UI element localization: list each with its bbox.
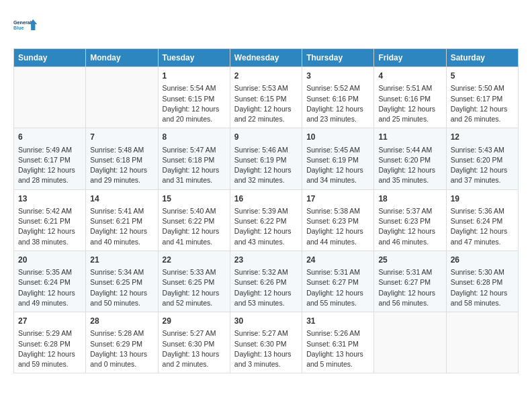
day-detail: Sunrise: 5:46 AMSunset: 6:19 PMDaylight:… (234, 145, 298, 186)
day-cell: 25Sunrise: 5:31 AMSunset: 6:27 PMDayligh… (374, 250, 446, 312)
day-detail: Sunrise: 5:28 AMSunset: 6:29 PMDaylight:… (90, 328, 153, 369)
day-cell: 17Sunrise: 5:38 AMSunset: 6:23 PMDayligh… (302, 189, 374, 250)
day-cell: 7Sunrise: 5:48 AMSunset: 6:18 PMDaylight… (86, 128, 158, 189)
day-cell (446, 312, 518, 373)
day-cell: 21Sunrise: 5:34 AMSunset: 6:25 PMDayligh… (86, 250, 158, 312)
weekday-header-saturday: Saturday (446, 49, 518, 67)
weekday-header-thursday: Thursday (302, 49, 374, 67)
day-detail: Sunrise: 5:30 AMSunset: 6:28 PMDaylight:… (451, 267, 514, 308)
day-detail: Sunrise: 5:26 AMSunset: 6:31 PMDaylight:… (306, 328, 369, 369)
day-number: 1 (163, 71, 226, 82)
day-number: 17 (306, 193, 369, 205)
day-detail: Sunrise: 5:45 AMSunset: 6:19 PMDaylight:… (306, 145, 369, 186)
day-detail: Sunrise: 5:49 AMSunset: 6:17 PMDaylight:… (18, 145, 81, 186)
day-number: 27 (18, 316, 81, 327)
week-row-5: 27Sunrise: 5:29 AMSunset: 6:28 PMDayligh… (14, 312, 519, 373)
day-detail: Sunrise: 5:42 AMSunset: 6:21 PMDaylight:… (18, 206, 81, 247)
day-detail: Sunrise: 5:36 AMSunset: 6:24 PMDaylight:… (451, 206, 514, 247)
day-number: 22 (163, 255, 226, 266)
day-cell: 3Sunrise: 5:52 AMSunset: 6:16 PMDaylight… (302, 67, 374, 128)
day-number: 15 (163, 193, 226, 205)
day-cell: 28Sunrise: 5:28 AMSunset: 6:29 PMDayligh… (86, 312, 158, 373)
day-cell: 31Sunrise: 5:26 AMSunset: 6:31 PMDayligh… (302, 312, 374, 373)
day-number: 8 (163, 132, 226, 143)
day-cell: 12Sunrise: 5:43 AMSunset: 6:20 PMDayligh… (446, 128, 518, 189)
day-cell (86, 67, 158, 128)
week-row-1: 1Sunrise: 5:54 AMSunset: 6:15 PMDaylight… (14, 67, 519, 128)
page-header: GeneralBlue (13, 13, 519, 38)
day-cell: 19Sunrise: 5:36 AMSunset: 6:24 PMDayligh… (446, 189, 518, 250)
day-detail: Sunrise: 5:35 AMSunset: 6:24 PMDaylight:… (18, 267, 81, 308)
day-number: 16 (234, 193, 298, 205)
weekday-header-tuesday: Tuesday (158, 49, 230, 67)
day-number: 12 (451, 132, 514, 143)
day-number: 2 (234, 71, 298, 82)
day-detail: Sunrise: 5:39 AMSunset: 6:22 PMDaylight:… (234, 206, 298, 247)
svg-text:General: General (13, 19, 32, 26)
day-cell: 16Sunrise: 5:39 AMSunset: 6:22 PMDayligh… (230, 189, 302, 250)
day-number: 29 (163, 316, 226, 327)
day-number: 6 (18, 132, 81, 143)
day-cell: 27Sunrise: 5:29 AMSunset: 6:28 PMDayligh… (14, 312, 86, 373)
day-number: 7 (90, 132, 153, 143)
day-detail: Sunrise: 5:27 AMSunset: 6:30 PMDaylight:… (163, 328, 226, 369)
day-detail: Sunrise: 5:48 AMSunset: 6:18 PMDaylight:… (90, 145, 153, 186)
weekday-header-monday: Monday (86, 49, 158, 67)
day-number: 20 (18, 255, 81, 266)
day-detail: Sunrise: 5:40 AMSunset: 6:22 PMDaylight:… (163, 206, 226, 247)
calendar-body: 1Sunrise: 5:54 AMSunset: 6:15 PMDaylight… (14, 67, 519, 373)
day-cell: 24Sunrise: 5:31 AMSunset: 6:27 PMDayligh… (302, 250, 374, 312)
day-cell: 30Sunrise: 5:27 AMSunset: 6:30 PMDayligh… (230, 312, 302, 373)
day-cell: 20Sunrise: 5:35 AMSunset: 6:24 PMDayligh… (14, 250, 86, 312)
calendar-header: SundayMondayTuesdayWednesdayThursdayFrid… (14, 49, 519, 67)
day-number: 14 (90, 193, 153, 205)
day-number: 25 (378, 255, 441, 266)
day-detail: Sunrise: 5:33 AMSunset: 6:25 PMDaylight:… (163, 267, 226, 308)
day-cell: 5Sunrise: 5:50 AMSunset: 6:17 PMDaylight… (446, 67, 518, 128)
day-detail: Sunrise: 5:32 AMSunset: 6:26 PMDaylight:… (234, 267, 298, 308)
day-cell: 23Sunrise: 5:32 AMSunset: 6:26 PMDayligh… (230, 250, 302, 312)
week-row-4: 20Sunrise: 5:35 AMSunset: 6:24 PMDayligh… (14, 250, 519, 312)
day-detail: Sunrise: 5:47 AMSunset: 6:18 PMDaylight:… (163, 145, 226, 186)
day-number: 26 (451, 255, 514, 266)
day-cell: 15Sunrise: 5:40 AMSunset: 6:22 PMDayligh… (158, 189, 230, 250)
day-number: 18 (378, 193, 441, 205)
day-number: 9 (234, 132, 298, 143)
day-number: 28 (90, 316, 153, 327)
day-detail: Sunrise: 5:50 AMSunset: 6:17 PMDaylight:… (451, 83, 514, 124)
day-number: 10 (306, 132, 369, 143)
day-number: 11 (378, 132, 441, 143)
day-detail: Sunrise: 5:53 AMSunset: 6:15 PMDaylight:… (234, 83, 298, 124)
day-detail: Sunrise: 5:43 AMSunset: 6:20 PMDaylight:… (451, 145, 514, 186)
day-cell: 13Sunrise: 5:42 AMSunset: 6:21 PMDayligh… (14, 189, 86, 250)
day-number: 3 (306, 71, 369, 82)
day-cell: 10Sunrise: 5:45 AMSunset: 6:19 PMDayligh… (302, 128, 374, 189)
weekday-header-sunday: Sunday (14, 49, 86, 67)
day-cell: 14Sunrise: 5:41 AMSunset: 6:21 PMDayligh… (86, 189, 158, 250)
day-number: 21 (90, 255, 153, 266)
weekday-header-wednesday: Wednesday (230, 49, 302, 67)
day-cell: 18Sunrise: 5:37 AMSunset: 6:23 PMDayligh… (374, 189, 446, 250)
day-detail: Sunrise: 5:31 AMSunset: 6:27 PMDaylight:… (306, 267, 369, 308)
week-row-2: 6Sunrise: 5:49 AMSunset: 6:17 PMDaylight… (14, 128, 519, 189)
day-number: 30 (234, 316, 298, 327)
day-detail: Sunrise: 5:38 AMSunset: 6:23 PMDaylight:… (306, 206, 369, 247)
day-cell: 29Sunrise: 5:27 AMSunset: 6:30 PMDayligh… (158, 312, 230, 373)
day-cell (374, 312, 446, 373)
day-cell: 22Sunrise: 5:33 AMSunset: 6:25 PMDayligh… (158, 250, 230, 312)
day-cell: 9Sunrise: 5:46 AMSunset: 6:19 PMDaylight… (230, 128, 302, 189)
day-number: 23 (234, 255, 298, 266)
day-cell: 26Sunrise: 5:30 AMSunset: 6:28 PMDayligh… (446, 250, 518, 312)
day-number: 5 (451, 71, 514, 82)
day-detail: Sunrise: 5:29 AMSunset: 6:28 PMDaylight:… (18, 328, 81, 369)
weekday-header-row: SundayMondayTuesdayWednesdayThursdayFrid… (14, 49, 519, 67)
day-detail: Sunrise: 5:54 AMSunset: 6:15 PMDaylight:… (163, 83, 226, 124)
day-detail: Sunrise: 5:52 AMSunset: 6:16 PMDaylight:… (306, 83, 369, 124)
logo-icon: GeneralBlue (13, 13, 38, 38)
day-cell: 1Sunrise: 5:54 AMSunset: 6:15 PMDaylight… (158, 67, 230, 128)
day-detail: Sunrise: 5:51 AMSunset: 6:16 PMDaylight:… (378, 83, 441, 124)
day-detail: Sunrise: 5:44 AMSunset: 6:20 PMDaylight:… (378, 145, 441, 186)
week-row-3: 13Sunrise: 5:42 AMSunset: 6:21 PMDayligh… (14, 189, 519, 250)
day-number: 24 (306, 255, 369, 266)
logo: GeneralBlue (13, 13, 38, 38)
